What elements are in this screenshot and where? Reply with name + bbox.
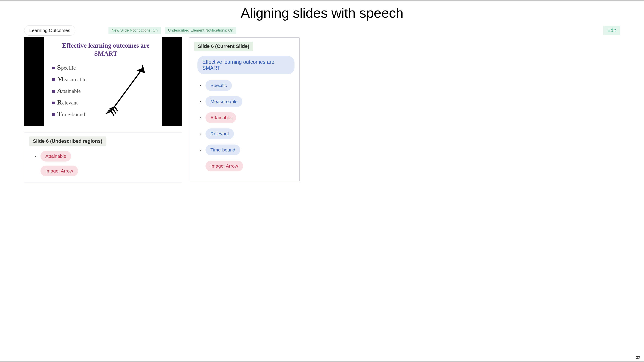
- undescribed-image-pill: Image: Arrow: [40, 166, 78, 176]
- new-slide-notifications-toggle[interactable]: New Slide Notifications: On: [108, 27, 161, 34]
- edit-button[interactable]: Edit: [603, 26, 620, 35]
- notification-group: New Slide Notifications: On Undescribed …: [108, 27, 236, 34]
- undescribed-pill: Attainable: [40, 151, 71, 162]
- current-item-specific[interactable]: Specific: [203, 80, 294, 91]
- slide-heading: Effective learning outcomes are SMART: [52, 41, 160, 58]
- svg-line-2: [106, 111, 111, 113]
- undescribed-item-list: Attainable: [29, 151, 177, 162]
- current-slide-panel: Slide 6 (Current Slide) Effective learni…: [189, 37, 300, 181]
- undescribed-image-item[interactable]: Image: Arrow: [40, 166, 177, 176]
- slide-content: Effective learning outcomes are SMART Sp…: [44, 37, 162, 126]
- current-item-timebound[interactable]: Time-bound: [203, 145, 294, 155]
- current-item-attainable[interactable]: Attainable: [203, 112, 294, 123]
- svg-line-0: [111, 69, 142, 111]
- page-title: Aligning slides with speech: [0, 5, 644, 21]
- undescribed-panel-header: Slide 6 (Undescribed regions): [29, 137, 106, 146]
- undescribed-regions-panel: Slide 6 (Undescribed regions) Attainable…: [24, 132, 182, 183]
- current-panel-header: Slide 6 (Current Slide): [194, 42, 253, 51]
- svg-line-5: [111, 111, 114, 115]
- undescribed-item-attainable[interactable]: Attainable: [38, 151, 177, 162]
- svg-line-7: [115, 107, 118, 111]
- svg-marker-1: [138, 66, 144, 72]
- breadcrumb[interactable]: Learning Outcomes: [24, 25, 75, 36]
- current-item-list: Specific Measureable Attainable Relevant…: [194, 80, 294, 155]
- page-number: 32: [636, 356, 640, 360]
- arrow-icon: [105, 63, 150, 116]
- current-title-pill[interactable]: Effective learning outcomes are SMART: [198, 56, 294, 74]
- slide-preview: Effective learning outcomes are SMART Sp…: [24, 37, 182, 126]
- current-image-item[interactable]: Image: Arrow: [206, 161, 294, 171]
- current-image-pill: Image: Arrow: [206, 161, 243, 171]
- current-item-measureable[interactable]: Measureable: [203, 96, 294, 107]
- current-item-relevant[interactable]: Relevant: [203, 128, 294, 139]
- svg-line-6: [113, 109, 116, 113]
- undescribed-notifications-toggle[interactable]: Undescribed Element Notifications: On: [165, 27, 236, 34]
- toolbar: Learning Outcomes New Slide Notification…: [0, 25, 644, 36]
